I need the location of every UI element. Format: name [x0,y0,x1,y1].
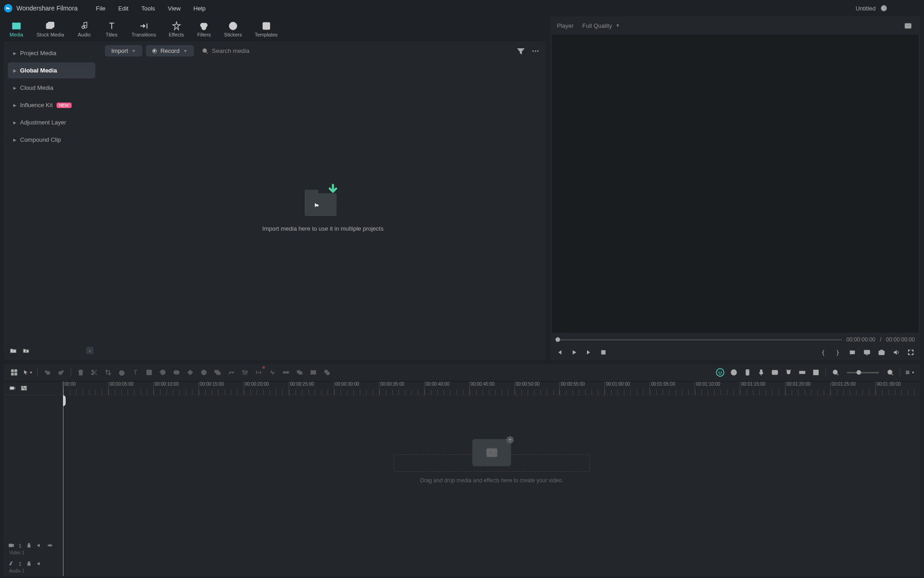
crop-button[interactable] [103,367,113,377]
mixer-button[interactable] [770,367,780,377]
menu-edit[interactable]: Edit [114,3,133,14]
tab-templates[interactable]: Templates [249,17,283,41]
speed-button[interactable] [117,367,127,377]
split-button[interactable] [89,367,99,377]
lock-icon[interactable] [26,542,32,548]
svg-point-50 [244,373,246,374]
menu-help[interactable]: Help [189,3,210,14]
motion-button[interactable] [226,367,236,377]
mute-icon[interactable] [36,561,42,567]
filter-button[interactable] [515,46,526,57]
play-button[interactable] [570,348,578,356]
delete-button[interactable] [76,367,86,377]
tab-stock-media[interactable]: Stock Media [31,17,70,41]
volume-button[interactable] [892,348,900,356]
tab-titles[interactable]: Titles [99,17,125,41]
new-folder-icon[interactable] [10,347,17,354]
audio-track-header[interactable]: 1 [8,559,58,568]
menu-file[interactable]: File [91,3,110,14]
mark-in-button[interactable]: { [819,348,827,356]
effects-manage-button[interactable] [322,367,332,377]
range-button[interactable] [254,367,264,377]
tab-label: Stock Media [36,32,64,37]
next-frame-button[interactable] [585,348,593,356]
svg-point-41 [176,371,179,374]
snap-button[interactable] [784,367,794,377]
menu-view[interactable]: View [163,3,185,14]
redo-button[interactable] [56,367,66,377]
color-button[interactable] [144,367,154,377]
track-manage-icon[interactable] [21,385,27,392]
sidebar-item-cloud-media[interactable]: ▶ Cloud Media [8,80,95,96]
cloud-sync-icon[interactable] [880,5,888,12]
sidebar-item-adjustment-layer[interactable]: ▶ Adjustment Layer [8,114,95,130]
tab-media[interactable]: Media [4,17,29,41]
marker-button[interactable] [199,367,209,377]
keyframe-button[interactable] [185,367,195,377]
svg-rect-85 [10,387,14,389]
loop-button[interactable] [848,348,857,356]
sidebar-item-global-media[interactable]: ▶ Global Media [8,62,95,78]
prev-frame-button[interactable] [555,348,564,356]
playhead[interactable] [63,382,63,576]
tab-filters[interactable]: Filters [191,17,217,41]
rotate-button[interactable] [158,367,168,377]
tab-audio[interactable]: Audio [72,17,97,41]
sidebar-item-compound-clip[interactable]: ▶ Compound Clip [8,132,95,148]
camera-button[interactable] [877,348,886,356]
display-button[interactable] [863,348,871,356]
text-button[interactable] [130,367,140,377]
zoom-slider[interactable] [847,372,879,373]
import-button[interactable]: Import ▼ [105,45,142,57]
trash-folder-icon[interactable] [22,347,30,354]
sidebar-item-influence-kit[interactable]: ▶ Influence Kit NEW [8,97,95,113]
player-tab-label[interactable]: Player [557,22,574,29]
visible-icon[interactable] [47,542,53,548]
mask-button[interactable] [171,367,182,377]
svg-rect-89 [24,386,26,388]
mute-icon[interactable] [36,542,42,548]
link-button[interactable] [281,367,291,377]
layout-button[interactable] [9,367,19,377]
tab-stickers[interactable]: Stickers [218,17,247,41]
quality-dropdown[interactable]: Full Quality ▼ [582,22,620,29]
menu-tools[interactable]: Tools [137,3,160,14]
svg-rect-8 [48,22,54,27]
more-options-button[interactable] [530,46,541,57]
detach-button[interactable] [213,367,223,377]
track-size-button[interactable]: ▼ [905,367,915,377]
undo-button[interactable] [42,367,52,377]
tab-transitions[interactable]: Transitions [126,17,161,41]
svg-rect-28 [864,350,870,354]
audio-adjust-button[interactable] [240,367,250,377]
beat-button[interactable] [267,367,277,377]
ripple-button[interactable] [797,367,807,377]
svg-point-21 [532,50,534,52]
ai-copilot-button[interactable] [715,367,725,377]
tab-effects[interactable]: Effects [163,17,189,41]
group-button[interactable] [295,367,305,377]
media-drop-area[interactable]: Import media here to use it in multiple … [99,60,546,360]
mark-out-button[interactable]: } [834,348,842,356]
video-track-header[interactable]: 1 [8,541,58,550]
voiceover-button[interactable] [756,367,766,377]
render-button[interactable] [308,367,318,377]
record-button[interactable]: Record ▼ [146,45,194,57]
snapshot-button[interactable] [903,20,914,31]
sidebar-item-project-media[interactable]: ▶ Project Media [8,45,95,61]
zoom-in-button[interactable] [885,367,895,377]
mobile-button[interactable] [742,367,753,377]
fullscreen-button[interactable] [907,348,915,356]
auto-ripple-button[interactable] [811,367,821,377]
preview-render-button[interactable] [729,367,739,377]
lock-icon[interactable] [26,561,32,567]
add-track-icon[interactable] [9,385,16,392]
collapse-sidebar-button[interactable]: ‹ [86,347,93,354]
zoom-out-button[interactable] [831,367,841,377]
progress-bar[interactable] [555,339,842,341]
tracks-area[interactable]: 00:00 00:00:05:00 00:00:10:00 00:00:15:0… [63,382,920,576]
timeline-ruler[interactable]: 00:00 00:00:05:00 00:00:10:00 00:00:15:0… [63,382,920,395]
stop-button[interactable] [599,348,607,356]
cursor-tool-button[interactable]: ▼ [23,367,33,377]
search-input[interactable] [212,47,289,54]
